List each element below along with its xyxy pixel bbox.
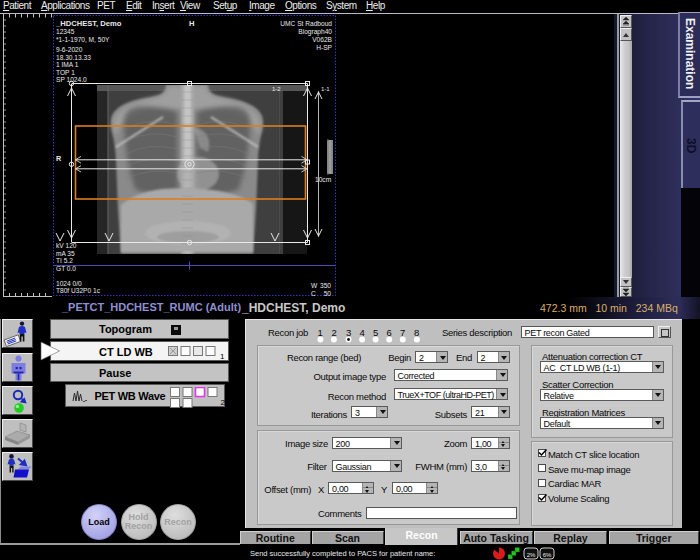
svg-text:1-1: 1-1 [321, 86, 330, 92]
svg-text:*1-1-1970, M, 50Y: *1-1-1970, M, 50Y [56, 36, 110, 43]
svg-text:1-2: 1-2 [272, 86, 281, 92]
svg-text:10cm: 10cm [315, 176, 332, 183]
svg-text:9-6-2020: 9-6-2020 [56, 46, 83, 53]
svg-text:1024 0/0: 1024 0/0 [56, 280, 82, 287]
svg-text:TI 5.2: TI 5.2 [56, 257, 73, 264]
svg-text:2%: 2% [527, 552, 536, 558]
svg-text:350: 350 [320, 282, 331, 289]
svg-text:18.30.13.33: 18.30.13.33 [56, 54, 91, 61]
svg-text:GT 0.0: GT 0.0 [56, 265, 76, 272]
svg-text:V062B: V062B [312, 36, 332, 43]
svg-text:H-SP: H-SP [316, 44, 332, 51]
svg-text:UMC St Radboud: UMC St Radboud [280, 20, 332, 27]
svg-text:R: R [56, 154, 62, 163]
svg-text:1 IMA 1: 1 IMA 1 [56, 61, 79, 68]
svg-text:50: 50 [324, 290, 332, 297]
svg-text:W: W [311, 282, 318, 289]
svg-text:6%: 6% [543, 552, 552, 558]
svg-text:_HDCHEST, Demo: _HDCHEST, Demo [55, 19, 122, 28]
svg-text:kV 120: kV 120 [56, 242, 77, 249]
svg-text:H: H [189, 19, 194, 28]
svg-text:C: C [311, 290, 316, 297]
svg-text:Biograph40: Biograph40 [298, 28, 332, 36]
svg-text:T80f U32P0 1c: T80f U32P0 1c [56, 287, 101, 294]
svg-text:SP 1024.0: SP 1024.0 [56, 76, 87, 83]
svg-text:mA 35: mA 35 [56, 250, 75, 257]
svg-text:12345: 12345 [56, 28, 75, 35]
svg-text:TOP 1: TOP 1 [56, 69, 75, 76]
